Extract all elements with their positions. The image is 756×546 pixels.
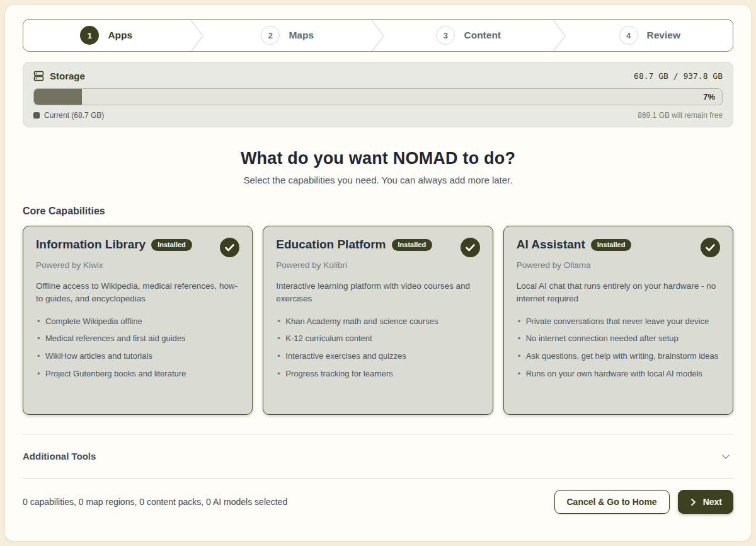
- page-title: What do you want NOMAD to do?: [23, 149, 733, 168]
- step-maps-label: Maps: [289, 30, 314, 41]
- card-description: Interactive learning platform with video…: [276, 280, 479, 306]
- feature-item: WikiHow articles and tutorials: [36, 351, 239, 363]
- step-review[interactable]: 4 Review: [567, 20, 733, 51]
- feature-item: K-12 curriculum content: [276, 333, 479, 345]
- feature-item: Complete Wikipedia offline: [36, 316, 239, 328]
- additional-tools-expander[interactable]: Additional Tools: [23, 434, 733, 479]
- feature-item: Interactive exercises and quizzes: [276, 351, 479, 363]
- next-button[interactable]: Next: [678, 490, 733, 514]
- storage-progress-bar: 7%: [33, 88, 723, 105]
- feature-item: Private conversations that never leave y…: [517, 316, 720, 328]
- chevron-down-icon: [721, 451, 731, 462]
- step-content[interactable]: 3 Content: [386, 20, 552, 51]
- capability-card-ai-assistant[interactable]: AI Assistant Installed Powered by Ollama…: [503, 226, 733, 415]
- step-review-number: 4: [619, 26, 638, 45]
- card-title: AI Assistant: [517, 238, 585, 252]
- selection-summary: 0 capabilities, 0 map regions, 0 content…: [23, 497, 287, 507]
- capability-card-information-library[interactable]: Information Library Installed Powered by…: [23, 226, 253, 415]
- stepper-separator-icon: [552, 20, 567, 51]
- stepper-separator-icon: [190, 20, 205, 51]
- card-powered-by: Powered by Kiwix: [36, 260, 239, 270]
- storage-percent-label: 7%: [703, 92, 722, 102]
- step-content-number: 3: [436, 26, 455, 45]
- step-content-label: Content: [464, 30, 501, 41]
- step-maps[interactable]: 2 Maps: [205, 20, 371, 51]
- storage-remaining-label: 869.1 GB will remain free: [638, 111, 723, 120]
- step-apps-label: Apps: [108, 30, 132, 41]
- card-description: Offline access to Wikipedia, medical ref…: [36, 280, 239, 306]
- next-button-label: Next: [703, 497, 722, 507]
- selected-check-icon: [461, 238, 480, 257]
- step-maps-number: 2: [261, 26, 280, 45]
- card-feature-list: Complete Wikipedia offline Medical refer…: [36, 316, 239, 380]
- wizard-stepper: 1 Apps 2 Maps 3 Content 4 Review: [23, 19, 733, 52]
- feature-item: Ask questions, get help with writing, br…: [517, 351, 720, 363]
- card-title: Information Library: [36, 238, 146, 252]
- installed-badge: Installed: [392, 239, 433, 251]
- capability-card-education-platform[interactable]: Education Platform Installed Powered by …: [263, 226, 493, 415]
- selected-check-icon: [701, 238, 720, 257]
- feature-item: Medical references and first aid guides: [36, 333, 239, 345]
- card-description: Local AI chat that runs entirely on your…: [517, 280, 720, 306]
- wizard-footer: 0 capabilities, 0 map regions, 0 content…: [23, 490, 733, 514]
- card-title: Education Platform: [276, 238, 386, 252]
- storage-usage-value: 68.7 GB / 937.8 GB: [634, 71, 723, 81]
- card-powered-by: Powered by Kolibri: [276, 260, 479, 270]
- chevron-right-icon: [689, 498, 697, 506]
- installed-badge: Installed: [151, 239, 192, 251]
- feature-item: Project Gutenberg books and literature: [36, 368, 239, 380]
- card-powered-by: Powered by Ollama: [517, 260, 720, 270]
- step-apps[interactable]: 1 Apps: [23, 20, 190, 51]
- legend-current-swatch: [33, 112, 40, 119]
- card-feature-list: Private conversations that never leave y…: [517, 316, 720, 380]
- installed-badge: Installed: [591, 239, 632, 251]
- stepper-separator-icon: [370, 20, 386, 51]
- core-capabilities-heading: Core Capabilities: [23, 206, 733, 217]
- step-apps-number: 1: [80, 26, 99, 45]
- step-review-label: Review: [647, 30, 680, 41]
- storage-progress-fill: [34, 89, 82, 105]
- legend-current-label: Current (68.7 GB): [44, 111, 104, 120]
- storage-icon: [33, 71, 44, 81]
- card-feature-list: Khan Academy math and science courses K-…: [276, 316, 479, 380]
- feature-item: Runs on your own hardware with local AI …: [517, 368, 720, 380]
- cancel-button[interactable]: Cancel & Go to Home: [554, 490, 670, 514]
- feature-item: No internet connection needed after setu…: [517, 333, 720, 345]
- feature-item: Progress tracking for learners: [276, 368, 479, 380]
- page-subtitle: Select the capabilities you need. You ca…: [23, 175, 733, 185]
- additional-tools-label: Additional Tools: [23, 451, 96, 462]
- feature-item: Khan Academy math and science courses: [276, 316, 479, 328]
- setup-wizard-panel: 1 Apps 2 Maps 3 Content 4 Review: [5, 5, 751, 541]
- storage-panel: Storage 68.7 GB / 937.8 GB 7% Current (6…: [23, 62, 733, 127]
- capability-cards: Information Library Installed Powered by…: [23, 226, 733, 415]
- selected-check-icon: [220, 238, 239, 257]
- storage-title: Storage: [50, 71, 85, 81]
